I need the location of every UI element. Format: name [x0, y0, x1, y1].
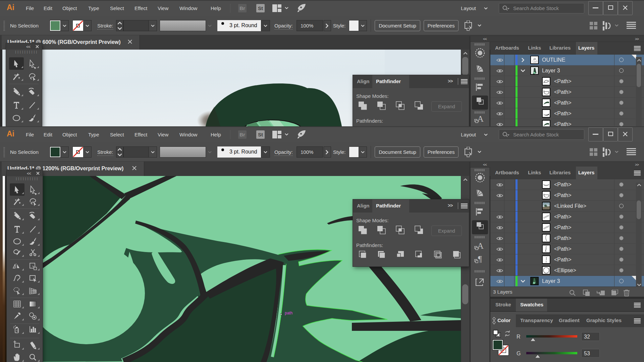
svg-text:¶: ¶ — [478, 254, 482, 264]
svg-text:A: A — [477, 114, 484, 124]
svg-text:path: path — [285, 311, 292, 315]
svg-text:A: A — [477, 241, 484, 251]
